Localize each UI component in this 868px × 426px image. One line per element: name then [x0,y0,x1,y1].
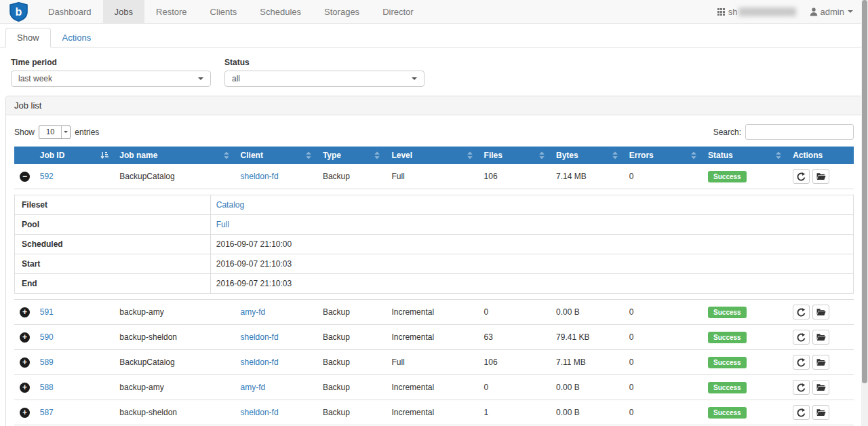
detail-value: 2016-09-07 21:10:03 [210,274,853,294]
expand-row-icon[interactable]: + [20,383,30,393]
column-header-errors[interactable]: Errors [624,147,703,164]
files-cell: 63 [479,325,551,350]
nav-item-schedules[interactable]: Schedules [248,0,313,23]
expand-cell: − [14,164,35,189]
rerun-job-button[interactable] [793,305,810,320]
job-log-button[interactable] [812,330,829,345]
client-link[interactable]: sheldon-fd [241,332,279,342]
client-link[interactable]: sheldon-fd [241,408,279,417]
nav-item-storages[interactable]: Storages [313,0,371,23]
detail-label: Pool [15,215,211,235]
rerun-job-button[interactable] [793,330,810,345]
fileset-link[interactable]: Catalog [216,200,244,210]
level-cell: Full [386,164,478,189]
job-log-button[interactable] [812,355,829,370]
job-detail-cell: FilesetCatalogPoolFullScheduled2016-09-0… [14,189,854,300]
column-header-bytes[interactable]: Bytes [551,147,624,164]
job-log-button[interactable] [812,169,829,184]
column-header-files[interactable]: Files [479,147,551,164]
detail-row-pool: PoolFull [15,215,854,235]
job-id-link[interactable]: 592 [40,172,54,181]
rerun-job-button[interactable] [793,405,810,420]
column-header-type[interactable]: Type [317,147,387,164]
job-log-button[interactable] [812,305,829,320]
column-header-status[interactable]: Status [703,147,787,164]
column-label: Files [484,151,536,160]
errors-cell: 0 [624,300,703,325]
folder-open-icon [816,408,826,417]
user-menu[interactable]: admin [810,7,853,17]
collapse-row-icon[interactable]: − [20,172,30,182]
actions-cell [787,164,854,189]
client-cell: sheldon-fd [235,164,317,189]
job-id-link[interactable]: 588 [40,383,54,392]
brand-logo[interactable]: b [0,0,37,23]
search-input[interactable] [745,124,854,140]
expand-row-icon[interactable]: + [20,357,30,368]
expand-row-icon[interactable]: + [20,332,30,343]
job-log-button[interactable] [812,405,829,420]
show-label: Show [14,128,35,137]
client-link[interactable]: amy-fd [241,307,266,317]
bytes-cell: 7.14 MB [551,164,624,189]
job-id-cell: 591 [35,300,115,325]
scrollbar-thumb[interactable] [862,0,867,383]
expand-cell: + [14,350,35,375]
column-header-client[interactable]: Client [235,147,317,164]
job-id-cell: 587 [35,400,115,425]
type-cell: Backup [317,300,387,325]
rerun-job-button[interactable] [793,355,810,370]
job-id-link[interactable]: 591 [40,307,54,317]
column-header-level[interactable]: Level [386,147,478,164]
panel-title: Job list [6,96,862,115]
user-icon [810,7,818,16]
nav-item-dashboard[interactable]: Dashboard [37,0,103,23]
vertical-scrollbar[interactable] [861,0,868,426]
entries-label: entries [75,128,99,137]
client-cell: sheldon-fd [235,350,317,375]
time-period-select[interactable]: last week [11,71,211,87]
expand-row-icon[interactable]: + [20,408,30,418]
job-id-link[interactable]: 589 [40,357,54,367]
errors-cell: 0 [624,325,703,350]
nav-item-director[interactable]: Director [371,0,425,23]
client-link[interactable]: sheldon-fd [241,357,279,367]
expand-row-icon[interactable]: + [20,307,30,317]
hostname-redacted [738,7,796,16]
column-header-job-name[interactable]: Job name [114,147,235,164]
job-log-button[interactable] [812,380,829,395]
bytes-cell: 0.00 B [551,400,624,425]
detail-label: Start [15,254,211,274]
bytes-cell: 7.11 MB [551,350,624,375]
rerun-job-button[interactable] [793,169,810,184]
nav-item-restore[interactable]: Restore [144,0,199,23]
job-id-link[interactable]: 590 [40,332,54,342]
rerun-job-button[interactable] [793,380,810,395]
nav-item-jobs[interactable]: Jobs [103,0,144,23]
entries-select[interactable]: 10 [39,125,71,139]
jobs-table: Job IDJob nameClientTypeLevelFilesBytesE… [14,147,854,426]
panel-body: Show 10 entries Search: Job IDJob nameCl… [6,115,862,426]
job-name-cell: backup-sheldon [114,400,235,425]
type-cell: Backup [317,400,387,425]
detail-label: Scheduled [15,235,211,254]
top-navbar: b DashboardJobsRestoreClientsSchedulesSt… [0,0,868,24]
client-link[interactable]: amy-fd [241,383,266,392]
actions-cell [787,300,854,325]
column-header-job-id[interactable]: Job ID [35,147,115,164]
tab-show[interactable]: Show [5,28,51,47]
chevron-down-icon [198,77,203,80]
director-selector[interactable]: sh [717,7,796,17]
column-label: Client [241,151,302,160]
brand-letter: b [15,6,22,18]
pool-link[interactable]: Full [216,220,229,229]
status-select[interactable]: all [224,71,425,87]
table-controls: Show 10 entries Search: [14,124,854,140]
select-arrow [61,126,70,138]
nav-item-clients[interactable]: Clients [199,0,249,23]
tab-actions[interactable]: Actions [51,28,103,47]
expand-cell: + [14,325,35,350]
job-name-cell: BackupCatalog [114,350,235,375]
job-id-link[interactable]: 587 [40,408,54,417]
client-link[interactable]: sheldon-fd [241,172,279,181]
